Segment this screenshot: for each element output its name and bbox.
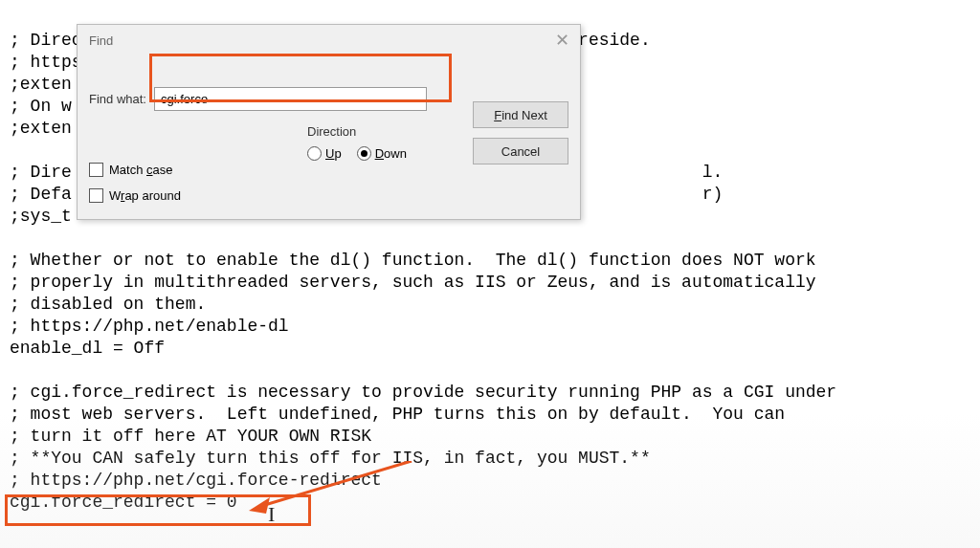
line: ; Whether or not to enable the dl() func… bbox=[10, 251, 816, 270]
line: enable_dl = Off bbox=[10, 339, 165, 358]
radio-icon bbox=[307, 146, 322, 161]
dialog-title: Find bbox=[89, 33, 113, 48]
radio-icon bbox=[357, 146, 371, 161]
dialog-body: Find what: Direction Up Down Match case bbox=[78, 55, 580, 219]
line: cgi.force_redirect = 0 bbox=[10, 493, 237, 512]
line: ; https://php.net/enable-dl bbox=[10, 317, 289, 336]
radio-up[interactable]: Up bbox=[307, 146, 342, 161]
line: ; most web servers. Left undefined, PHP … bbox=[10, 405, 785, 424]
radio-up-label: Up bbox=[325, 146, 342, 161]
line: ; https://php.net/cgi.force-redirect bbox=[10, 471, 382, 490]
match-case-checkbox[interactable]: Match case bbox=[89, 163, 181, 177]
line: ; https bbox=[10, 53, 82, 72]
find-what-input[interactable] bbox=[154, 87, 427, 111]
checkbox-icon bbox=[89, 163, 103, 177]
line: ;exten bbox=[10, 75, 72, 94]
line: ;exten bbox=[10, 119, 72, 138]
radio-down[interactable]: Down bbox=[357, 146, 407, 161]
checkbox-icon bbox=[89, 188, 103, 203]
find-what-label: Find what: bbox=[89, 92, 154, 106]
close-icon[interactable]: ✕ bbox=[551, 30, 572, 51]
dialog-titlebar[interactable]: Find ✕ bbox=[78, 25, 580, 55]
find-next-button[interactable]: Find Next bbox=[473, 101, 568, 128]
direction-group: Direction Up Down bbox=[307, 124, 407, 161]
cancel-button[interactable]: Cancel bbox=[473, 138, 568, 164]
line: ; **You CAN safely turn this off for IIS… bbox=[10, 449, 651, 468]
wrap-around-label: Wrap around bbox=[109, 188, 181, 203]
line: ; cgi.force_redirect is necessary to pro… bbox=[10, 383, 836, 402]
line: ; On w bbox=[10, 97, 72, 116]
find-dialog: Find ✕ Find what: Direction Up Down bbox=[77, 24, 581, 220]
radio-row: Up Down bbox=[307, 146, 407, 161]
line: ; properly in multithreaded servers, suc… bbox=[10, 273, 816, 292]
checkboxes-area: Match case Wrap around bbox=[89, 151, 181, 203]
direction-label: Direction bbox=[307, 124, 407, 139]
match-case-label: Match case bbox=[109, 163, 172, 177]
buttons-area: Find Next Cancel bbox=[473, 101, 568, 164]
line: ; turn it off here AT YOUR OWN RISK bbox=[10, 427, 371, 446]
line: ;sys_t bbox=[10, 207, 72, 226]
wrap-around-checkbox[interactable]: Wrap around bbox=[89, 188, 181, 203]
line: ; disabled on them. bbox=[10, 295, 206, 314]
radio-down-label: Down bbox=[375, 146, 407, 161]
